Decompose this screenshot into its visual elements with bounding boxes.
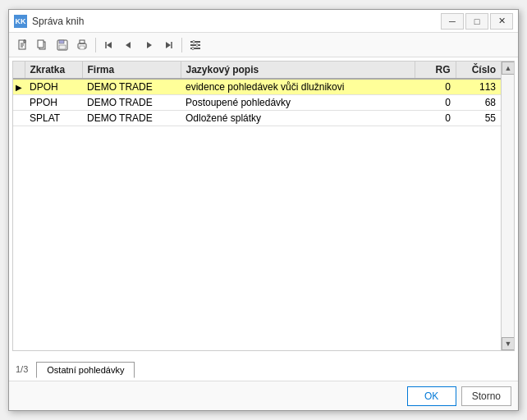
scrollbar-up-button[interactable]: ▲ — [502, 62, 514, 75]
cell-popis: Odložené splátky — [181, 111, 415, 126]
svg-marker-14 — [126, 42, 131, 48]
close-button[interactable]: ✕ — [490, 13, 513, 30]
app-icon: KK — [14, 15, 27, 28]
svg-rect-7 — [59, 40, 64, 43]
main-window: KK Správa knih ─ □ ✕ — [8, 9, 519, 411]
ok-button[interactable]: OK — [407, 386, 456, 406]
maximize-button[interactable]: □ — [465, 13, 488, 30]
page-info: 1/3 — [16, 364, 28, 374]
col-zkratka-header[interactable]: Zkratka — [25, 62, 82, 79]
next-button[interactable] — [140, 36, 158, 54]
col-indicator-header — [13, 62, 25, 79]
row-indicator — [13, 111, 25, 126]
prev-button[interactable] — [120, 36, 138, 54]
table-row[interactable]: SPLATDEMO TRADEOdložené splátky055 — [13, 111, 501, 126]
cell-rg: 0 — [415, 95, 456, 111]
vertical-scrollbar[interactable]: ▲ ▼ — [501, 62, 514, 350]
scrollbar-down-button[interactable]: ▼ — [502, 337, 514, 350]
svg-rect-11 — [80, 46, 85, 49]
cell-zkratka: PPOH — [25, 95, 82, 111]
svg-rect-18 — [190, 41, 200, 43]
svg-marker-15 — [147, 42, 152, 48]
footer: OK Storno — [9, 381, 518, 410]
cancel-button[interactable]: Storno — [461, 386, 511, 406]
svg-point-21 — [193, 40, 195, 43]
cell-firma: DEMO TRADE — [82, 95, 181, 111]
svg-rect-10 — [80, 40, 85, 43]
svg-rect-19 — [190, 44, 200, 46]
table-container: Zkratka Firma Jazykový popis RG Číslo ▶D… — [12, 61, 515, 351]
settings-button[interactable] — [186, 36, 204, 54]
separator-2 — [181, 38, 182, 52]
col-firma-header[interactable]: Firma — [82, 62, 181, 79]
minimize-button[interactable]: ─ — [441, 13, 464, 30]
bottom-bar: 1/3 Ostatní pohledávky — [9, 354, 518, 381]
cell-firma: DEMO TRADE — [82, 79, 181, 95]
window-controls: ─ □ ✕ — [441, 13, 513, 30]
svg-marker-13 — [107, 42, 112, 48]
title-bar: KK Správa knih ─ □ ✕ — [9, 10, 518, 33]
table-row[interactable]: ▶DPOHDEMO TRADEevidence pohledávek vůči … — [13, 79, 501, 95]
col-cislo-header[interactable]: Číslo — [456, 62, 501, 79]
separator-1 — [95, 38, 96, 52]
title-bar-left: KK Správa knih — [14, 15, 84, 28]
toolbar — [9, 33, 518, 57]
cell-cislo: 55 — [456, 111, 501, 126]
svg-rect-8 — [59, 45, 66, 49]
tab-area: Ostatní pohledávky — [28, 361, 511, 377]
content-area: Zkratka Firma Jazykový popis RG Číslo ▶D… — [9, 57, 518, 354]
new-doc-button[interactable] — [14, 36, 32, 54]
svg-point-23 — [192, 47, 195, 49]
cell-zkratka: DPOH — [25, 79, 82, 95]
table-wrapper: Zkratka Firma Jazykový popis RG Číslo ▶D… — [13, 62, 514, 350]
cell-popis: Postoupené pohledávky — [181, 95, 415, 111]
first-button[interactable] — [100, 36, 118, 54]
svg-marker-17 — [166, 42, 171, 48]
last-button[interactable] — [159, 36, 177, 54]
row-indicator — [13, 95, 25, 111]
table-row[interactable]: PPOHDEMO TRADEPostoupené pohledávky068 — [13, 95, 501, 111]
cell-zkratka: SPLAT — [25, 111, 82, 126]
cell-cislo: 113 — [456, 79, 501, 95]
cell-firma: DEMO TRADE — [82, 111, 181, 126]
row-indicator: ▶ — [13, 79, 25, 95]
col-popis-header[interactable]: Jazykový popis — [181, 62, 415, 79]
save-button[interactable] — [53, 36, 71, 54]
window-title: Správa knih — [32, 16, 84, 27]
svg-point-22 — [196, 43, 199, 46]
data-table: Zkratka Firma Jazykový popis RG Číslo ▶D… — [13, 62, 501, 126]
table-scroll: Zkratka Firma Jazykový popis RG Číslo ▶D… — [13, 62, 501, 350]
scrollbar-track[interactable] — [502, 75, 514, 337]
print-button[interactable] — [73, 36, 91, 54]
svg-rect-5 — [38, 40, 44, 48]
cell-popis: evidence pohledávek vůči dlužnikovi — [181, 79, 415, 95]
cell-cislo: 68 — [456, 95, 501, 111]
col-rg-header[interactable]: RG — [415, 62, 456, 79]
cell-rg: 0 — [415, 79, 456, 95]
copy-button[interactable] — [34, 36, 52, 54]
cell-rg: 0 — [415, 111, 456, 126]
tab-ostatni-pohledavky[interactable]: Ostatní pohledávky — [36, 362, 135, 378]
